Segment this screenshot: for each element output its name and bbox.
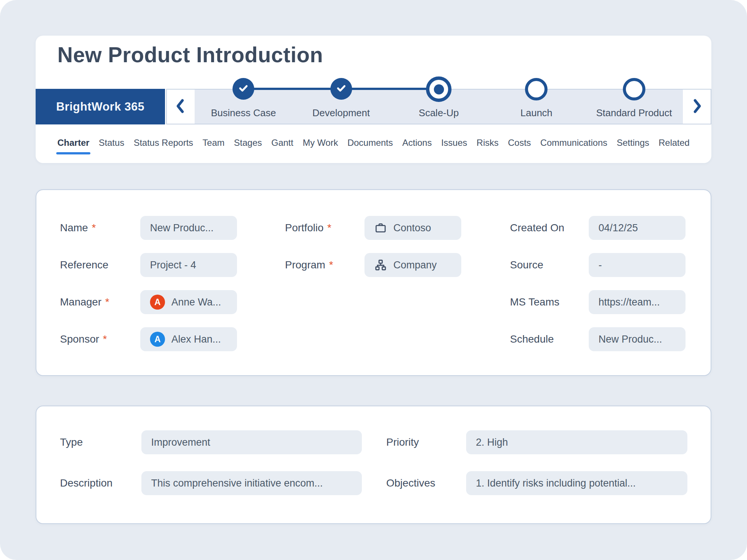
required-marker: * [105, 296, 110, 308]
reference-value: Project - 4 [150, 259, 196, 271]
stage-business-case[interactable]: Business Case [195, 90, 292, 124]
stage-label: Scale-Up [419, 107, 459, 119]
description-field[interactable]: This comprehensive initiative encom... [141, 471, 362, 495]
stage-circle-completed [330, 78, 352, 100]
created-on-field[interactable]: 04/12/25 [589, 216, 686, 240]
source-value: - [598, 259, 602, 271]
name-label: Name* [60, 216, 135, 240]
tab-communications[interactable]: Communications [540, 138, 608, 154]
brand-badge: BrightWork 365 [36, 89, 165, 124]
stage-back-button[interactable] [167, 90, 195, 124]
type-label: Type [60, 430, 135, 454]
stage-connector-completed [341, 88, 439, 90]
stage-connector-completed [243, 88, 341, 90]
stage-launch[interactable]: Launch [488, 90, 585, 124]
ms-teams-field[interactable]: https://team... [589, 290, 686, 314]
schedule-value: New Produc... [598, 334, 662, 345]
manager-field[interactable]: A Anne Wa... [140, 290, 237, 314]
required-marker: * [103, 333, 107, 345]
check-icon [237, 82, 249, 96]
portfolio-value: Contoso [393, 222, 431, 234]
schedule-field[interactable]: New Produc... [589, 327, 686, 351]
schedule-label: Schedule [510, 327, 585, 351]
objectives-label: Objectives [386, 471, 461, 495]
source-label: Source [510, 253, 585, 277]
tab-gantt[interactable]: Gantt [271, 138, 293, 154]
program-label: Program* [285, 253, 360, 277]
sponsor-field[interactable]: A Alex Han... [140, 327, 237, 351]
project-attributes-card: Type Improvement Priority 2. High Descri… [36, 406, 711, 524]
tab-issues[interactable]: Issues [441, 138, 467, 154]
manager-avatar: A [150, 295, 165, 310]
stage-circle-upcoming [623, 78, 645, 100]
page-title: New Product Introduction [57, 42, 323, 68]
check-icon [335, 82, 347, 96]
project-header-card: New Product Introduction BrightWork 365 [36, 36, 711, 163]
tab-status-reports[interactable]: Status Reports [134, 138, 193, 154]
priority-label: Priority [386, 430, 461, 454]
tab-costs[interactable]: Costs [508, 138, 531, 154]
tab-charter[interactable]: Charter [57, 138, 89, 154]
tab-actions[interactable]: Actions [402, 138, 432, 154]
type-value: Improvement [151, 437, 210, 448]
stage-standard-product[interactable]: Standard Product [585, 90, 683, 124]
name-field[interactable]: New Produc... [140, 216, 237, 240]
required-marker: * [327, 222, 332, 234]
program-value: Company [393, 259, 437, 271]
type-field[interactable]: Improvement [141, 430, 362, 454]
objectives-field[interactable]: 1. Identify risks including potential... [466, 471, 687, 495]
program-field[interactable]: Company [364, 253, 461, 277]
stage-list: Business Case Development [195, 90, 683, 124]
priority-field[interactable]: 2. High [466, 430, 687, 454]
stage-label: Standard Product [596, 107, 672, 119]
manager-label: Manager* [60, 290, 135, 314]
stage-circle-upcoming [525, 78, 548, 100]
chevron-right-icon [690, 97, 704, 117]
ms-teams-label: MS Teams [510, 290, 585, 314]
sponsor-label: Sponsor* [60, 327, 135, 351]
required-marker: * [329, 259, 333, 271]
charter-details-card: Name* New Produc... Reference Project - … [36, 189, 711, 376]
reference-label: Reference [60, 253, 135, 277]
tab-documents[interactable]: Documents [347, 138, 393, 154]
app-canvas: New Product Introduction BrightWork 365 [0, 0, 747, 560]
tab-my-work[interactable]: My Work [303, 138, 338, 154]
sponsor-value: Alex Han... [171, 334, 221, 345]
priority-value: 2. High [476, 437, 508, 448]
tab-related[interactable]: Related [658, 138, 690, 154]
source-field[interactable]: - [589, 253, 686, 277]
description-value: This comprehensive initiative encom... [151, 478, 323, 489]
created-on-value: 04/12/25 [598, 222, 638, 234]
stage-label: Development [312, 107, 370, 119]
tab-status[interactable]: Status [99, 138, 124, 154]
stage-label: Launch [520, 107, 552, 119]
org-chart-icon [374, 259, 387, 271]
stage-progress-bar: BrightWork 365 [36, 89, 711, 124]
sponsor-avatar: A [150, 332, 165, 347]
reference-field[interactable]: Project - 4 [140, 253, 237, 277]
stage-development[interactable]: Development [292, 90, 390, 124]
stage-circle-active [426, 76, 452, 102]
stage-circle-completed [232, 78, 254, 100]
active-dot-icon [434, 84, 444, 94]
required-marker: * [92, 222, 96, 234]
tab-stages[interactable]: Stages [234, 138, 262, 154]
chevron-left-icon [174, 97, 188, 117]
stage-forward-button[interactable] [683, 90, 711, 124]
tab-team[interactable]: Team [202, 138, 225, 154]
tab-settings[interactable]: Settings [617, 138, 650, 154]
stage-track: Business Case Development [166, 89, 711, 124]
manager-value: Anne Wa... [171, 296, 221, 308]
briefcase-icon [374, 222, 387, 234]
tab-risks[interactable]: Risks [477, 138, 499, 154]
name-value: New Produc... [150, 222, 214, 234]
objectives-value: 1. Identify risks including potential... [476, 478, 636, 489]
created-on-label: Created On [510, 216, 585, 240]
ms-teams-value: https://team... [598, 296, 660, 308]
stage-scale-up[interactable]: Scale-Up [390, 90, 488, 124]
stage-label: Business Case [211, 107, 276, 119]
description-label: Description [60, 471, 135, 495]
project-tab-bar: Charter Status Status Reports Team Stage… [57, 138, 690, 154]
portfolio-field[interactable]: Contoso [364, 216, 461, 240]
portfolio-label: Portfolio* [285, 216, 360, 240]
